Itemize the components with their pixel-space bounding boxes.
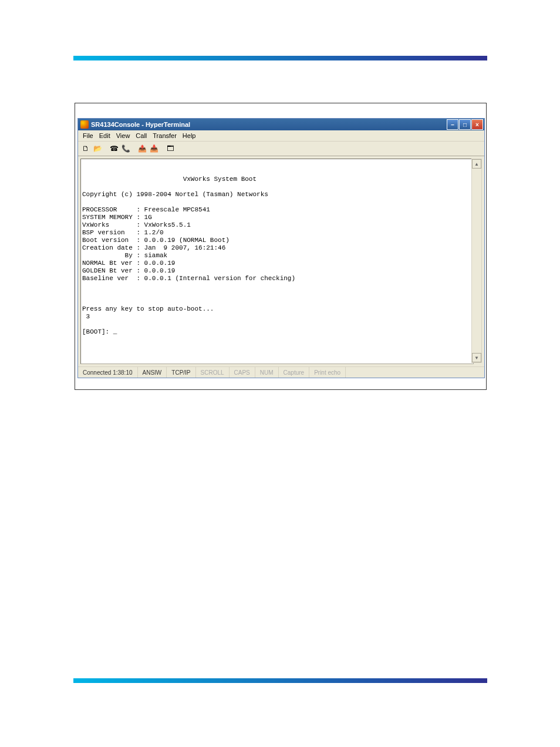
app-icon (80, 120, 89, 129)
disconnect-icon[interactable]: 📞 (120, 143, 131, 154)
statusbar: Connected 1:38:10 ANSIW TCP/IP SCROLL CA… (78, 366, 484, 378)
toolbar: 🗋 📂 ☎ 📞 📤 📥 🗔 (78, 142, 484, 156)
menu-file[interactable]: File (80, 132, 96, 139)
terminal-output[interactable]: VxWorks System Boot Copyright (c) 1998-2… (80, 159, 474, 364)
vertical-scrollbar[interactable]: ▲ ▼ (471, 159, 482, 363)
maximize-button[interactable]: □ (459, 119, 471, 130)
terminal-container: VxWorks System Boot Copyright (c) 1998-2… (78, 156, 484, 366)
window-controls: – □ × (447, 119, 483, 130)
minimize-button[interactable]: – (447, 119, 458, 130)
status-capture: Capture (279, 367, 310, 378)
scroll-up-icon[interactable]: ▲ (472, 159, 481, 169)
top-gradient-bar (73, 56, 487, 60)
receive-icon[interactable]: 📥 (149, 143, 159, 154)
bottom-gradient-bar (73, 678, 487, 683)
scroll-down-icon[interactable]: ▼ (472, 353, 481, 362)
status-terminal-type: ANSIW (138, 367, 167, 378)
titlebar[interactable]: SR4134Console - HyperTerminal – □ × (78, 119, 484, 130)
window-title: SR4134Console - HyperTerminal (91, 121, 190, 128)
menu-view[interactable]: View (114, 132, 133, 139)
status-printecho: Print echo (309, 367, 346, 378)
menu-help[interactable]: Help (180, 132, 198, 139)
status-scroll: SCROLL (196, 367, 230, 378)
status-num: NUM (255, 367, 279, 378)
open-icon[interactable]: 📂 (92, 143, 103, 154)
menu-call[interactable]: Call (133, 132, 149, 139)
status-connected: Connected 1:38:10 (78, 367, 138, 378)
send-icon[interactable]: 📤 (137, 143, 147, 154)
status-connection: TCP/IP (167, 367, 195, 378)
connect-icon[interactable]: ☎ (109, 143, 119, 154)
close-button[interactable]: × (471, 119, 483, 130)
hyperterminal-window: SR4134Console - HyperTerminal – □ × File… (77, 118, 485, 378)
menubar: File Edit View Call Transfer Help (78, 130, 484, 142)
status-caps: CAPS (230, 367, 255, 378)
new-doc-icon[interactable]: 🗋 (80, 143, 91, 154)
screenshot-frame: SR4134Console - HyperTerminal – □ × File… (75, 103, 487, 390)
menu-edit[interactable]: Edit (97, 132, 113, 139)
properties-icon[interactable]: 🗔 (165, 143, 176, 154)
menu-transfer[interactable]: Transfer (150, 132, 179, 139)
